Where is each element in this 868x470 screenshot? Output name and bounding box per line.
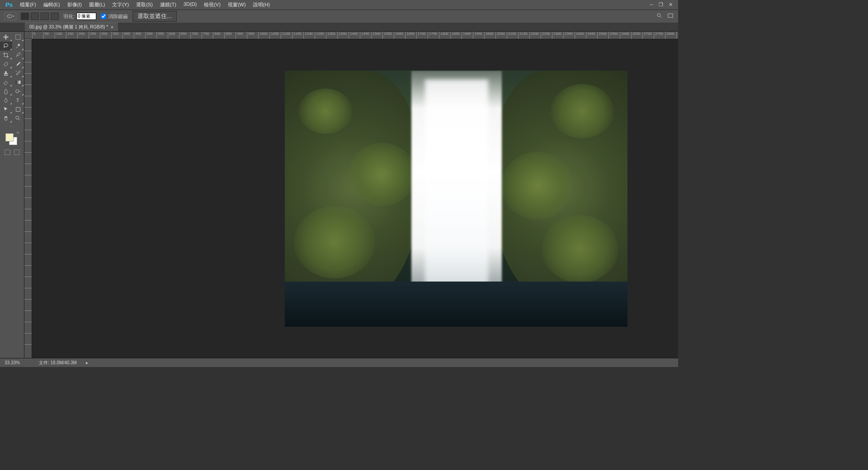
menu-file[interactable]: 檔案(F) <box>16 1 40 8</box>
hand-tool-icon[interactable] <box>0 114 12 123</box>
document-image <box>285 70 627 327</box>
selection-subtract-icon[interactable] <box>41 13 49 20</box>
close-icon[interactable]: ✕ <box>669 2 673 8</box>
status-bar: 33.33% 文件: 18.0M/40.3M ▸ <box>0 358 678 367</box>
ps-logo: Ps <box>2 1 16 8</box>
svg-text:T: T <box>16 98 19 103</box>
feather-control: 羽化: <box>63 13 96 20</box>
menu-edit[interactable]: 編輯(E) <box>40 1 64 8</box>
svg-rect-5 <box>16 81 21 84</box>
selection-mode-group <box>21 13 59 20</box>
menu-help[interactable]: 說明(H) <box>250 1 274 8</box>
antialias-input[interactable] <box>101 14 106 19</box>
foreground-color[interactable] <box>5 133 14 141</box>
tab-close-icon[interactable]: × <box>111 25 113 30</box>
selection-intersect-icon[interactable] <box>51 13 59 20</box>
antialias-label: 消除鋸齒 <box>108 13 128 20</box>
svg-rect-3 <box>16 35 21 40</box>
toolbar: T ⋯ ⤭ <box>0 32 24 358</box>
eraser-tool-icon[interactable] <box>0 78 12 87</box>
menu-3d[interactable]: 3D(D) <box>180 1 200 8</box>
svg-rect-9 <box>16 108 20 112</box>
move-tool-icon[interactable] <box>0 33 12 42</box>
svg-line-1 <box>660 16 662 18</box>
current-tool-icon[interactable]: ▾ <box>5 12 16 20</box>
swap-colors-icon[interactable]: ⤭ <box>16 131 19 135</box>
dodge-tool-icon[interactable] <box>12 87 24 96</box>
main-area: T ⋯ ⤭ 0501001502002503003504004505005506… <box>0 32 678 358</box>
screen-mode-icon[interactable] <box>667 13 674 20</box>
color-swatches: ⤭ <box>0 131 24 148</box>
ruler-horizontal: 0501001502002503003504004505005506006507… <box>24 32 678 39</box>
canvas-area: 0501001502002503003504004505005506006507… <box>24 32 678 358</box>
gradient-tool-icon[interactable] <box>12 78 24 87</box>
magic-wand-tool-icon[interactable] <box>12 42 24 51</box>
menubar: Ps 檔案(F) 編輯(E) 影像(I) 圖層(L) 文字(Y) 選取(S) 濾… <box>0 0 678 9</box>
path-select-tool-icon[interactable] <box>0 105 12 114</box>
selection-new-icon[interactable] <box>21 13 29 20</box>
lasso-tool-icon[interactable] <box>0 42 12 51</box>
minimize-icon[interactable]: ─ <box>650 2 653 8</box>
feather-label: 羽化: <box>63 13 75 20</box>
menu-image[interactable]: 影像(I) <box>64 1 85 8</box>
brush-tool-icon[interactable] <box>12 60 24 69</box>
document-tab[interactable]: 00.jpg @ 33.3% (圖層 1 拷貝, RGB/8) * × <box>25 23 118 31</box>
svg-rect-2 <box>668 14 673 18</box>
ruler-vertical <box>24 39 32 358</box>
svg-point-10 <box>16 116 19 119</box>
tab-title: 00.jpg @ 33.3% (圖層 1 拷貝, RGB/8) * <box>29 24 108 30</box>
menu-filter[interactable]: 濾鏡(T) <box>156 1 180 8</box>
svg-point-0 <box>657 14 660 17</box>
maximize-icon[interactable]: ❐ <box>659 2 663 8</box>
pen-tool-icon[interactable] <box>0 96 12 105</box>
status-arrow-icon[interactable]: ▸ <box>86 360 88 365</box>
quickmask-icon[interactable] <box>5 150 10 155</box>
document-tabbar: 00.jpg @ 33.3% (圖層 1 拷貝, RGB/8) * × <box>0 23 678 32</box>
screenmode-icon[interactable] <box>14 150 20 155</box>
svg-rect-4 <box>4 62 8 66</box>
crop-tool-icon[interactable] <box>0 51 12 60</box>
antialias-checkbox[interactable]: 消除鋸齒 <box>101 13 128 20</box>
blur-tool-icon[interactable] <box>0 87 12 96</box>
svg-point-6 <box>16 90 19 93</box>
menu-view[interactable]: 檢視(V) <box>200 1 224 8</box>
doc-info[interactable]: 文件: 18.0M/40.3M <box>39 360 77 366</box>
eyedropper-tool-icon[interactable] <box>12 51 24 60</box>
select-and-mask-button[interactable]: 選取並遮住... <box>132 11 177 22</box>
canvas[interactable] <box>32 39 678 358</box>
tool-more-icon[interactable]: ⋯ <box>0 123 24 131</box>
feather-input[interactable] <box>76 13 96 20</box>
marquee-tool-icon[interactable] <box>12 33 24 42</box>
type-tool-icon[interactable]: T <box>12 96 24 105</box>
menu-layer[interactable]: 圖層(L) <box>85 1 108 8</box>
menu-type[interactable]: 文字(Y) <box>108 1 132 8</box>
zoom-level[interactable]: 33.33% <box>5 360 30 365</box>
search-icon[interactable] <box>656 13 663 20</box>
menu-items: 檔案(F) 編輯(E) 影像(I) 圖層(L) 文字(Y) 選取(S) 濾鏡(T… <box>16 1 274 8</box>
quickmask-row <box>0 148 24 157</box>
menu-window[interactable]: 視窗(W) <box>224 1 250 8</box>
history-brush-tool-icon[interactable] <box>12 69 24 78</box>
healing-tool-icon[interactable] <box>0 60 12 69</box>
stamp-tool-icon[interactable] <box>0 69 12 78</box>
svg-line-11 <box>19 119 20 121</box>
zoom-tool-icon[interactable] <box>12 114 24 123</box>
selection-add-icon[interactable] <box>31 13 39 20</box>
shape-tool-icon[interactable] <box>12 105 24 114</box>
options-bar: ▾ 羽化: 消除鋸齒 選取並遮住... <box>0 9 678 23</box>
menu-select[interactable]: 選取(S) <box>132 1 156 8</box>
window-controls: ─ ❐ ✕ <box>650 2 676 8</box>
